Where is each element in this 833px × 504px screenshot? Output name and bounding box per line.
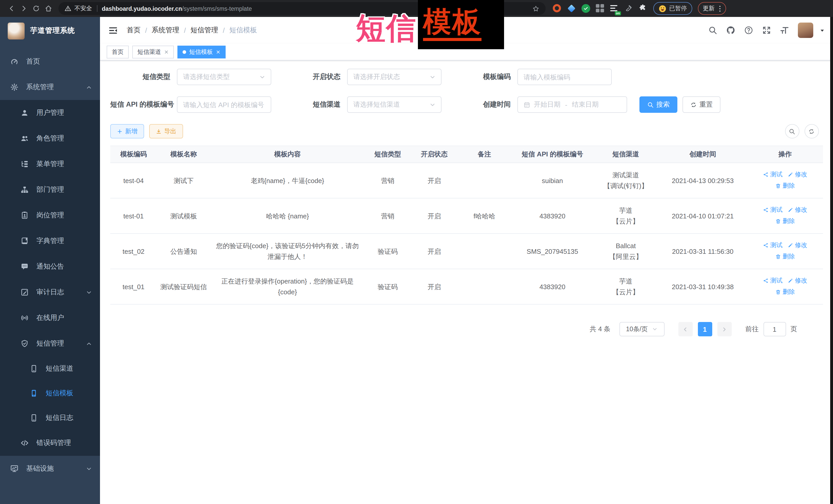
show-search-button[interactable] xyxy=(785,124,799,139)
sms-channel-select[interactable]: 请选择短信渠道 xyxy=(347,96,442,113)
table-header-row: 模板编码 模板名称 模板内容 短信类型 开启状态 备注 短信 API 的模板编号… xyxy=(110,146,823,163)
github-icon[interactable] xyxy=(726,26,735,35)
delete-link[interactable]: 删除 xyxy=(775,216,795,226)
user-avatar[interactable] xyxy=(798,23,813,38)
browser-reload-button[interactable] xyxy=(30,2,42,15)
extension-dropper-icon[interactable] xyxy=(624,4,633,13)
delete-link[interactable]: 删除 xyxy=(775,251,795,262)
date-range-picker[interactable]: 开始日期 - 结束日期 xyxy=(517,96,627,113)
browser-menu-dots-icon[interactable] xyxy=(719,5,721,12)
extension-grid-icon[interactable] xyxy=(596,4,604,13)
browser-update-button[interactable]: 更新 xyxy=(698,2,726,15)
search-icon[interactable] xyxy=(708,26,717,35)
page-number-current[interactable]: 1 xyxy=(698,322,712,336)
chevron-down-icon xyxy=(652,327,658,332)
sidebar-item-error-codes[interactable]: 错误码管理 xyxy=(0,430,100,456)
sidebar-item-online-users[interactable]: 在线用户 xyxy=(0,305,100,331)
extension-ring-icon[interactable] xyxy=(553,4,562,13)
download-icon xyxy=(156,128,162,134)
trash-icon xyxy=(775,289,781,295)
extensions-puzzle-icon[interactable] xyxy=(639,4,648,13)
app-logo[interactable]: 芋道管理系统 xyxy=(0,17,100,45)
browser-forward-button[interactable] xyxy=(18,2,30,15)
url-divider xyxy=(97,5,97,12)
share-icon xyxy=(763,207,769,213)
status-select[interactable]: 请选择开启状态 xyxy=(347,69,442,85)
share-icon xyxy=(763,172,769,177)
sidebar-item-audit-log[interactable]: 审计日志 xyxy=(0,280,100,305)
sidebar-item-system[interactable]: 系统管理 xyxy=(0,74,100,100)
refresh-table-button[interactable] xyxy=(804,124,819,139)
fullscreen-icon[interactable] xyxy=(762,26,771,35)
sidebar-item-sms-template[interactable]: 短信模板 xyxy=(0,381,100,406)
page-jump-input[interactable] xyxy=(763,322,786,336)
logo-avatar xyxy=(8,22,25,39)
page-size-select[interactable]: 10条/页 xyxy=(619,322,664,336)
font-size-icon[interactable] xyxy=(780,26,789,35)
test-link[interactable]: 测试 xyxy=(763,240,783,251)
browser-back-button[interactable] xyxy=(5,2,18,15)
scrollbar-strip[interactable] xyxy=(830,17,833,504)
address-bar[interactable]: 不安全 dashboard.yudao.iocoder.cn /system/s… xyxy=(58,2,546,15)
api-template-id-input[interactable] xyxy=(177,96,271,113)
create-time-label: 创建时间 xyxy=(476,100,517,109)
sidebar-item-dictionary[interactable]: 字典管理 xyxy=(0,228,100,254)
close-icon[interactable] xyxy=(216,49,220,54)
table-toolbar: 新增 导出 xyxy=(110,124,823,139)
close-icon[interactable] xyxy=(164,49,169,54)
trash-icon xyxy=(775,254,781,259)
test-link[interactable]: 测试 xyxy=(763,275,783,286)
table-tools xyxy=(785,124,823,139)
gear-icon xyxy=(10,83,19,91)
app-title: 芋道管理系统 xyxy=(30,26,75,35)
tab-sms-template[interactable]: 短信模板 xyxy=(177,45,225,58)
sidebar-item-home[interactable]: 首页 xyxy=(0,49,100,74)
sms-type-select[interactable]: 请选择短信类型 xyxy=(177,69,271,85)
sidebar-item-menus[interactable]: 菜单管理 xyxy=(0,151,100,177)
tab-sms-channel[interactable]: 短信渠道 xyxy=(132,45,174,58)
profile-paused-pill[interactable]: 已暂停 xyxy=(653,2,692,15)
sidebar-item-positions[interactable]: 岗位管理 xyxy=(0,202,100,228)
shield-check-icon xyxy=(21,339,29,347)
tab-home[interactable]: 首页 xyxy=(106,45,129,58)
template-code-input[interactable] xyxy=(517,69,612,85)
sidebar-item-announcements[interactable]: 通知公告 xyxy=(0,254,100,280)
sidebar-item-sms-channel[interactable]: 短信渠道 xyxy=(0,356,100,381)
sidebar-item-departments[interactable]: 部门管理 xyxy=(0,177,100,202)
help-icon[interactable] xyxy=(744,26,753,35)
share-icon xyxy=(763,278,769,284)
delete-link[interactable]: 删除 xyxy=(775,181,795,191)
test-link[interactable]: 测试 xyxy=(763,205,783,215)
bookmark-star-icon[interactable] xyxy=(532,5,540,12)
breadcrumb-current: 短信模板 xyxy=(230,26,257,35)
prev-page-button[interactable] xyxy=(678,322,692,336)
delete-link[interactable]: 删除 xyxy=(775,287,795,297)
tags-view-bar: 首页 短信渠道 短信模板 xyxy=(100,44,833,61)
edit-link[interactable]: 修改 xyxy=(788,169,807,180)
export-button[interactable]: 导出 xyxy=(149,124,183,139)
sidebar-item-infrastructure[interactable]: 基础设施 xyxy=(0,456,100,481)
edit-link[interactable]: 修改 xyxy=(788,275,807,286)
add-button[interactable]: 新增 xyxy=(110,124,144,139)
extensions-row: on xyxy=(553,4,648,13)
sidebar-collapse-icon[interactable] xyxy=(108,25,118,35)
sidebar-item-sms-log[interactable]: 短信日志 xyxy=(0,406,100,430)
search-button[interactable]: 搜索 xyxy=(639,96,677,113)
breadcrumb-home[interactable]: 首页 xyxy=(127,26,141,35)
browser-home-button[interactable] xyxy=(42,2,54,15)
edit-link[interactable]: 修改 xyxy=(788,205,807,215)
caret-down-icon[interactable] xyxy=(819,27,825,33)
extension-green-icon[interactable] xyxy=(581,4,590,13)
extension-kite-icon[interactable] xyxy=(567,4,576,13)
profile-avatar-icon xyxy=(659,4,667,13)
sidebar-item-roles[interactable]: 角色管理 xyxy=(0,126,100,151)
test-link[interactable]: 测试 xyxy=(763,169,783,180)
next-page-button[interactable] xyxy=(717,322,732,336)
active-dot xyxy=(183,50,186,54)
extension-list-icon[interactable]: on xyxy=(610,4,619,13)
col-template-code: 模板编码 xyxy=(110,146,157,163)
sidebar-item-sms[interactable]: 短信管理 xyxy=(0,331,100,356)
sidebar-item-users[interactable]: 用户管理 xyxy=(0,100,100,126)
reset-button[interactable]: 重置 xyxy=(683,96,720,113)
edit-link[interactable]: 修改 xyxy=(788,240,807,251)
